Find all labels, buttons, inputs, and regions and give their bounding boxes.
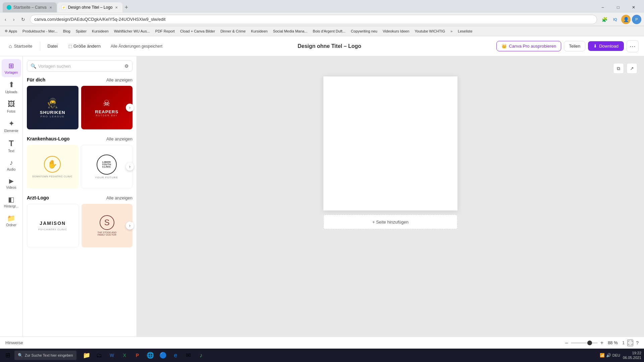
sidebar-item-vorlagen[interactable]: ⊞ Vorlagen [2, 59, 21, 77]
arzt-header: Arzt-Logo Alle anzeigen [27, 195, 132, 200]
template-card-shuriken[interactable]: 🥷 SHURIKEN PRO LEAGUE [27, 86, 78, 129]
fuer-dich-show-all[interactable]: Alle anzeigen [106, 77, 132, 82]
videos-label: Videos [6, 186, 16, 189]
bookmark-social[interactable]: Social Media Mana... [271, 28, 310, 34]
elemente-label: Elemente [4, 129, 18, 133]
bookmark-dinner[interactable]: Dinner & Crime [218, 28, 248, 34]
bookmark-blog[interactable]: Blog [61, 28, 72, 34]
start-button[interactable]: ⊞ [3, 350, 13, 360]
file-menu-button[interactable]: Datei [44, 42, 61, 51]
bookmark-apps[interactable]: ⚙ Apps [3, 28, 19, 34]
forward-button[interactable]: › [11, 15, 17, 23]
bookmark-pdf[interactable]: PDF Report [153, 28, 177, 34]
sidebar-item-uploads[interactable]: ⬆ Uploads [2, 78, 21, 97]
template-card-reapers[interactable]: ☠ REAPERS RUTGER BAY [81, 86, 133, 129]
template-card-hospital1[interactable]: ✋ DOWNTOWN PEDIATRIC CLINIC [27, 145, 78, 188]
template-card-doctor1[interactable]: JAMISON PSYCHIATRY CLINIC [27, 204, 79, 247]
sidebar-item-text[interactable]: T Text [2, 136, 21, 156]
vorlagen-label: Vorlagen [5, 71, 18, 74]
browser-tab-1[interactable]: Startseite – Canva ✕ [3, 2, 57, 12]
taskbar-app-music[interactable]: ♪ [195, 349, 207, 361]
taskbar-app-browser[interactable]: 🌐 [144, 349, 156, 361]
canvas[interactable] [323, 76, 458, 210]
taskbar-time: 19:22 06.05.2021 [623, 351, 641, 360]
uploads-label: Uploads [5, 90, 17, 94]
taskbar-app-ppt[interactable]: P [131, 349, 144, 361]
close-button[interactable]: ✕ [626, 2, 641, 13]
template-card-doctor2[interactable]: S THE STODD ANDFAMILY DOCTOR [82, 204, 133, 247]
reload-button[interactable]: ↻ [19, 15, 27, 23]
help-button[interactable]: ? [636, 340, 639, 346]
filter-icon[interactable]: ⚙ [124, 63, 129, 69]
template-card-hospital2[interactable]: LIBERIYOUTHCLINIC YOUR FUTURE [81, 145, 133, 188]
tab1-close[interactable]: ✕ [49, 5, 53, 10]
new-tab-button[interactable]: + [124, 4, 128, 11]
bookmark-youtube[interactable]: Youtube WICHTIG [413, 28, 447, 34]
ordner-icon: 📁 [7, 214, 15, 222]
duplicate-page-button[interactable]: ⧉ [613, 63, 624, 74]
bookmark-wahlfacher[interactable]: Wahlfächer WU Aus... [112, 28, 152, 34]
share-button[interactable]: Teilen [564, 41, 585, 51]
bookmark-leseliste-label: Leseliste [458, 29, 472, 33]
taskbar-sys-icons: 📶 🔊 DEU [600, 353, 620, 358]
canva-pro-button[interactable]: 👑 Canva Pro ausprobieren [496, 41, 561, 51]
search-input[interactable] [38, 64, 122, 69]
maximize-button[interactable]: □ [610, 2, 626, 13]
sidebar-item-hintergruende[interactable]: ◧ Hintergr... [2, 193, 21, 211]
taskbar-apps: 📁 🗂 W X P 🌐 🔵 e ✉ ♪ [80, 349, 207, 361]
crown-icon: 👑 [501, 44, 507, 49]
zoom-slider[interactable] [571, 342, 598, 344]
download-button[interactable]: ⬇ Download [588, 41, 624, 51]
bookmark-copywriting[interactable]: Copywriting neu [349, 28, 379, 34]
bookmark-videokurs[interactable]: Videokurs Ideen [381, 28, 411, 34]
bookmark-spaeter[interactable]: Später [74, 28, 89, 34]
taskbar-app-chrome[interactable]: 🔵 [157, 349, 169, 361]
taskbar-app-excel[interactable]: X [119, 349, 131, 361]
home-button[interactable]: ⌂ Startseite [5, 41, 36, 51]
extensions-button[interactable]: 🧩 [600, 15, 609, 24]
bookmark-leseliste[interactable]: Leseliste [456, 28, 474, 34]
krankenhaus-show-all[interactable]: Alle anzeigen [106, 136, 132, 141]
bookmark-kursideen1[interactable]: Kursideen [90, 28, 111, 34]
address-input[interactable] [30, 15, 597, 24]
taskbar-app-files[interactable]: 🗂 [93, 349, 105, 361]
fuer-dich-next-arrow[interactable]: › [126, 104, 134, 112]
zoom-out-button[interactable]: – [565, 340, 568, 346]
ordner-label: Ordner [6, 223, 16, 227]
share-page-button[interactable]: ↗ [627, 63, 637, 74]
zoom-in-button[interactable]: + [600, 340, 603, 346]
back-button[interactable]: ‹ [3, 15, 8, 23]
krankenhaus-section: Krankenhaus-Logo Alle anzeigen ✋ DOWNTOW… [27, 136, 132, 188]
app-toolbar: ⌂ Startseite Datei ⬚ Größe ändern Alle Ä… [0, 36, 644, 56]
bookmark-cload[interactable]: Cload + Canva Bilder [178, 28, 217, 34]
krankenhaus-next-arrow[interactable]: › [126, 163, 134, 171]
more-bookmarks-button[interactable]: » [448, 28, 454, 34]
taskbar-app-mail[interactable]: ✉ [182, 349, 195, 361]
add-page-button[interactable]: + Seite hinzufügen [323, 215, 458, 229]
taskbar-app-edge[interactable]: e [170, 349, 182, 361]
taskbar-search-box[interactable]: 🔍 Zur Suche Text hier eingeben [14, 351, 76, 360]
tab2-close[interactable]: ✕ [114, 5, 118, 10]
fullscreen-button[interactable]: ⛶ [627, 340, 633, 346]
bookmark-kursideen2[interactable]: Kursideen [249, 28, 270, 34]
resize-button[interactable]: ⬚ Größe ändern [65, 42, 104, 51]
hintergruende-label: Hintergr... [4, 204, 18, 208]
sidebar-item-videos[interactable]: ▶ Videos [2, 175, 21, 192]
arzt-next-arrow[interactable]: › [126, 222, 134, 230]
sidebar-item-elemente[interactable]: ✦ Elemente [2, 117, 21, 135]
sidebar-item-ordner[interactable]: 📁 Ordner [2, 212, 21, 230]
sidebar-item-fotos[interactable]: 🖼 Fotos [2, 97, 21, 116]
arzt-show-all[interactable]: Alle anzeigen [106, 195, 132, 200]
profile-pic[interactable]: 👤 [621, 15, 631, 24]
taskbar-app-word[interactable]: W [106, 349, 118, 361]
iq-button[interactable]: IQ [610, 15, 620, 24]
taskbar-app-explorer[interactable]: 📁 [80, 349, 93, 361]
profile-button[interactable]: P [632, 15, 641, 24]
bookmark-produktsuche[interactable]: Produktsuche - Mer... [20, 28, 60, 34]
minimize-button[interactable]: – [595, 2, 610, 13]
sidebar-item-audio[interactable]: ♪ Audio [2, 156, 21, 174]
more-options-button[interactable]: ⋯ [627, 40, 639, 52]
taskbar: ⊞ 🔍 Zur Suche Text hier eingeben 📁 🗂 W X… [0, 349, 644, 362]
browser-tab-2[interactable]: ⚡ Design ohne Titel – Logo ✕ [57, 2, 123, 12]
bookmark-bois[interactable]: Bois d'Argent Duft... [311, 28, 347, 34]
